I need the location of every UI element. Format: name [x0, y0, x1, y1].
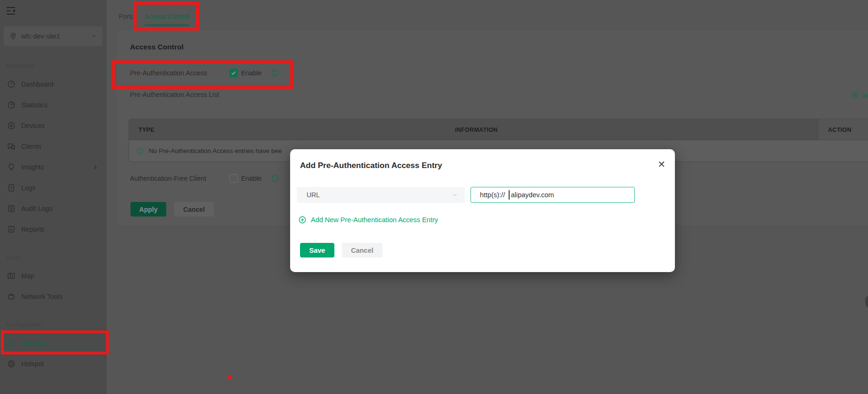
- dashboard-icon: [7, 80, 16, 88]
- page-title: Access Control: [130, 43, 184, 51]
- sidebar-item-settings[interactable]: Settings: [0, 333, 106, 354]
- statistics-icon: [7, 101, 16, 109]
- sidebar-item-insights[interactable]: Insights: [0, 157, 106, 177]
- info-icon[interactable]: [271, 174, 279, 183]
- add-new-entry-link[interactable]: Add New Pre-Authentication Access Entry: [298, 216, 438, 224]
- column-divider: [818, 119, 818, 140]
- hotspot-icon: [7, 360, 16, 368]
- add-entry-link-label: Add: [862, 92, 868, 99]
- sidebar-item-reports[interactable]: Reports: [0, 219, 106, 240]
- column-header-action: ACTION: [828, 119, 852, 140]
- sidebar-item-label: Devices: [21, 122, 45, 129]
- map-icon: [7, 272, 16, 280]
- sidebar-item-label: Settings: [21, 339, 45, 347]
- sidebar-item-label: Map: [21, 272, 34, 280]
- empty-message: No Pre-Authentication Access entries hav…: [149, 147, 282, 154]
- sidebar-item-label: Audit Logs: [21, 205, 52, 212]
- insights-icon: [7, 163, 16, 171]
- devices-icon: [7, 121, 16, 130]
- save-button[interactable]: Save: [300, 243, 334, 257]
- info-icon[interactable]: [271, 69, 279, 77]
- sidebar-item-statistics[interactable]: Statistics: [0, 95, 106, 115]
- sidebar-item-label: Insights: [21, 163, 44, 171]
- collapse-menu-icon[interactable]: [5, 5, 18, 17]
- nav-section-monitoring: Monitoring: [6, 62, 106, 69]
- tab-access-control[interactable]: Access Control: [145, 13, 189, 26]
- pre-auth-enable-checkbox[interactable]: [229, 69, 238, 77]
- nav-section-configuration: Configuration: [6, 321, 106, 328]
- edge-floating-widget[interactable]: [865, 296, 868, 308]
- sidebar-item-hotspot[interactable]: Hotspot: [0, 354, 106, 374]
- url-prefix: http(s)://: [480, 191, 505, 199]
- sidebar-item-logs[interactable]: Logs: [0, 177, 106, 198]
- pre-auth-access-row: Pre-Authentication Access Enable: [130, 66, 279, 80]
- sidebar-item-devices[interactable]: Devices: [0, 115, 106, 136]
- plus-circle-icon: [298, 216, 307, 224]
- logs-icon: [7, 184, 16, 192]
- close-icon[interactable]: ✕: [657, 160, 665, 169]
- chevron-down-icon: [90, 33, 97, 40]
- pre-auth-access-label: Pre-Authentication Access: [130, 69, 229, 77]
- location-pin-icon: [9, 32, 17, 40]
- sidebar-item-map[interactable]: Map: [0, 265, 106, 286]
- chevron-right-icon: [92, 164, 98, 170]
- clients-icon: [7, 142, 16, 151]
- column-header-type: TYPE: [138, 119, 154, 140]
- add-entry-modal: Add Pre-Authentication Access Entry ✕ UR…: [290, 149, 675, 272]
- info-icon: [136, 147, 144, 155]
- tab-portal[interactable]: Portal: [119, 13, 136, 20]
- annotation-click-dot: [227, 375, 232, 379]
- sidebar-item-dashboard[interactable]: Dashboard: [0, 74, 106, 95]
- plus-circle-icon: [851, 91, 859, 99]
- modal-title: Add Pre-Authentication Access Entry: [300, 161, 442, 170]
- auth-free-enable-label: Enable: [241, 175, 262, 182]
- add-new-entry-link-label: Add New Pre-Authentication Access Entry: [311, 216, 438, 224]
- sidebar-item-label: Statistics: [21, 101, 48, 109]
- add-entry-link[interactable]: Add: [851, 91, 868, 99]
- settings-icon: [7, 339, 16, 347]
- table-header: TYPEINFORMATIONACTION: [129, 119, 868, 140]
- sidebar: wfc-dev-site1 MonitoringDashboardStatist…: [0, 0, 106, 394]
- cancel-button[interactable]: Cancel: [174, 202, 214, 217]
- url-input[interactable]: http(s):// alipaydev.com: [471, 187, 635, 203]
- network-tools-icon: [7, 292, 16, 301]
- reports-icon: [7, 225, 16, 233]
- column-header-information: INFORMATION: [455, 119, 498, 140]
- pre-auth-enable-label: Enable: [241, 69, 262, 77]
- sidebar-item-network-tools[interactable]: Network Tools: [0, 286, 106, 307]
- url-value: alipaydev.com: [511, 191, 554, 199]
- screenshot-root: wfc-dev-site1 MonitoringDashboardStatist…: [0, 0, 868, 394]
- pre-auth-list-label: Pre-Authentication Access List: [130, 91, 219, 98]
- auth-free-client-label: Authentication-Free Client: [130, 175, 229, 182]
- sidebar-item-label: Network Tools: [21, 293, 63, 300]
- sidebar-item-audit-logs[interactable]: Audit Logs: [0, 198, 106, 219]
- chevron-right-icon: [92, 340, 98, 346]
- auth-free-enable-checkbox[interactable]: [229, 174, 238, 183]
- chevron-down-icon: [452, 192, 458, 198]
- sidebar-item-label: Hotspot: [21, 360, 44, 368]
- sidebar-item-label: Logs: [21, 184, 35, 192]
- sidebar-item-label: Dashboard: [21, 80, 54, 88]
- nav-section-tools: Tools: [6, 254, 106, 261]
- audit-logs-icon: [7, 204, 16, 213]
- auth-free-client-row: Authentication-Free Client Enable: [130, 172, 279, 185]
- sidebar-item-label: Clients: [21, 143, 41, 150]
- site-name: wfc-dev-site1: [21, 32, 60, 40]
- apply-button[interactable]: Apply: [130, 202, 166, 217]
- modal-cancel-button[interactable]: Cancel: [342, 243, 382, 257]
- entry-type-value: URL: [307, 191, 320, 199]
- sidebar-item-clients[interactable]: Clients: [0, 136, 106, 157]
- text-caret: [509, 190, 510, 200]
- site-selector[interactable]: wfc-dev-site1: [4, 26, 103, 46]
- sidebar-nav: MonitoringDashboardStatisticsDevicesClie…: [0, 46, 106, 374]
- sidebar-item-label: Reports: [21, 225, 44, 233]
- entry-type-select[interactable]: URL: [297, 187, 465, 203]
